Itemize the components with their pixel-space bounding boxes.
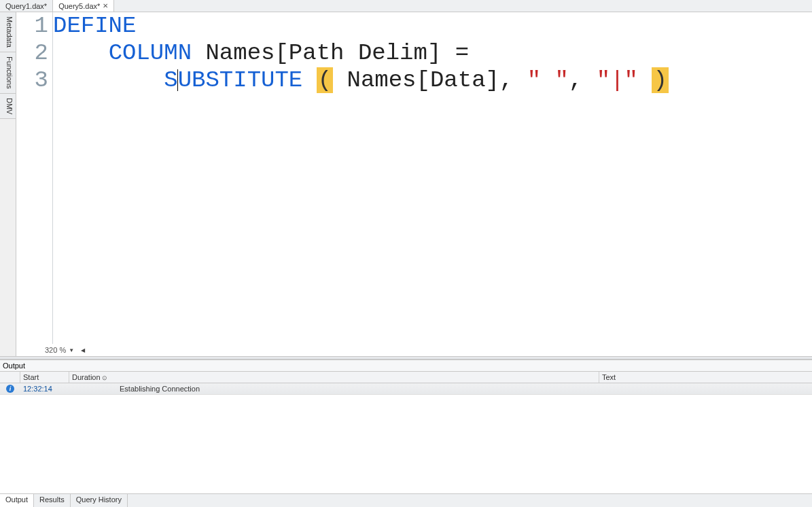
editor-area: 1 2 3 DEFINE COLUMN Names[Path Delim] = … [16, 12, 812, 356]
column-header-duration[interactable]: Duration⊙ [69, 372, 599, 383]
tab-label: Query5.dax* [58, 2, 100, 10]
operator-equals: = [441, 40, 482, 66]
file-tab-query5[interactable]: Query5.dax* ✕ [53, 0, 114, 12]
keyword-column: COLUMN [109, 40, 192, 66]
editor-row: Metadata Functions DMV 1 2 3 DEFINE COLU… [0, 12, 812, 356]
bottom-tab-query-history[interactable]: Query History [71, 494, 128, 507]
side-tab-metadata[interactable]: Metadata [0, 12, 16, 52]
output-row[interactable]: i 12:32:14 Establishing Connection [0, 383, 812, 395]
file-tab-bar: Query1.dax* Query5.dax* ✕ [0, 0, 812, 12]
zoom-bar: 320 % ▼ ◀ [16, 344, 812, 356]
close-paren: ) [652, 67, 668, 93]
open-paren: ( [317, 67, 333, 93]
file-tab-query1[interactable]: Query1.dax* [0, 0, 53, 12]
tab-label: Query1.dax* [5, 2, 47, 10]
line-number: 2 [16, 39, 48, 67]
line-number-gutter: 1 2 3 [16, 12, 53, 344]
line-number: 1 [16, 12, 48, 39]
code-editor[interactable]: 1 2 3 DEFINE COLUMN Names[Path Delim] = … [16, 12, 812, 344]
identifier: Names[Path Delim] [205, 40, 441, 66]
output-grid-header: Start Duration⊙ Text [0, 371, 812, 383]
column-header-icon[interactable] [0, 372, 20, 383]
side-tab-strip: Metadata Functions DMV [0, 12, 16, 356]
text-cursor [177, 69, 178, 91]
bottom-tab-bar: Output Results Query History [0, 493, 812, 507]
identifier: Names[Data] [347, 67, 499, 93]
chevron-left-icon[interactable]: ◀ [81, 347, 85, 353]
side-tab-functions[interactable]: Functions [0, 52, 16, 94]
string-literal: " " [527, 67, 569, 93]
line-number: 3 [16, 67, 48, 94]
sort-ascending-icon: ⊙ [102, 374, 107, 381]
row-status-icon: i [0, 383, 20, 394]
function-substitute: SUBSTITUTE [164, 67, 302, 93]
comma: , [569, 67, 582, 93]
column-header-start[interactable]: Start [20, 372, 69, 383]
row-start-time: 12:32:14 [20, 383, 69, 394]
info-icon: i [6, 385, 14, 393]
zoom-level[interactable]: 320 % [45, 346, 66, 354]
side-tab-dmv[interactable]: DMV [0, 94, 16, 119]
output-panel: Output Start Duration⊙ Text i 12:32:14 E… [0, 360, 812, 507]
column-header-text[interactable]: Text [599, 372, 812, 383]
row-duration [69, 383, 117, 394]
bottom-tab-results[interactable]: Results [34, 494, 71, 507]
close-icon[interactable]: ✕ [103, 2, 108, 10]
bottom-tab-output[interactable]: Output [0, 494, 34, 507]
string-literal: "|" [597, 67, 638, 93]
chevron-down-icon[interactable]: ▼ [69, 347, 74, 353]
row-message: Establishing Connection [117, 383, 812, 394]
output-panel-title: Output [0, 360, 812, 371]
output-grid-body: i 12:32:14 Establishing Connection [0, 383, 812, 493]
comma: , [499, 67, 513, 93]
keyword-define: DEFINE [53, 13, 136, 39]
code-content[interactable]: DEFINE COLUMN Names[Path Delim] = SUBSTI… [53, 12, 812, 344]
